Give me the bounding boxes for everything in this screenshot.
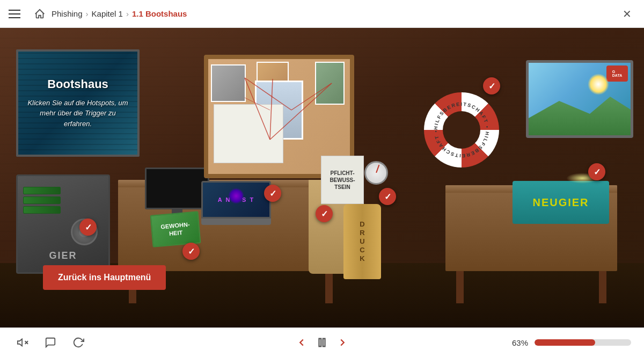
money-stack-3 [23, 206, 61, 214]
gewohnheit-text: GEWOHN-HEIT [160, 220, 191, 238]
chat-icon[interactable] [41, 333, 60, 352]
progress-bar-fill [535, 339, 595, 346]
close-button[interactable]: ✕ [618, 5, 635, 23]
pressure-text: PFLICHT-BEWUSS-TSEIN [330, 170, 355, 191]
bottombar: 63% [0, 327, 644, 357]
tv-sun [588, 74, 609, 95]
pressure-label: PFLICHT-BEWUSS-TSEIN [321, 156, 364, 204]
refresh-icon[interactable] [69, 333, 88, 352]
gauge-2 [364, 161, 388, 185]
panel-subtitle: Klicken Sie auf die Hotspots, um mehr üb… [27, 98, 129, 129]
hotspot-safe[interactable] [79, 218, 97, 236]
svg-line-1 [245, 78, 270, 140]
laptop: A N G S T [201, 181, 271, 229]
tv-mountain [529, 92, 631, 135]
back-button[interactable]: Zurück ins Hauptmenü [43, 265, 166, 290]
safe-money [23, 187, 61, 214]
hotspot-laptop[interactable] [264, 185, 281, 202]
laptop-base [201, 218, 271, 225]
money-stack-2 [23, 196, 61, 204]
laptop-screen: A N G S T [201, 181, 271, 218]
desk-left-leg2 [325, 271, 333, 303]
breadcrumb-sep2: › [126, 9, 129, 18]
next-button[interactable] [336, 337, 348, 348]
info-panel: Bootshaus Klicken Sie auf die Hotspots, … [16, 49, 140, 157]
tv-logo: GDATA [606, 65, 628, 82]
hotspot-life-preserver[interactable] [483, 77, 500, 94]
svg-line-4 [270, 83, 332, 140]
panel-overlay: Bootshaus Klicken Sie auf die Hotspots, … [18, 52, 137, 155]
tank-container: DRUCK [343, 204, 381, 279]
svg-rect-10 [319, 339, 321, 347]
panel-title: Bootshaus [47, 77, 108, 91]
progress-area: 63% [512, 338, 631, 347]
svg-marker-7 [18, 339, 22, 346]
topbar: Phishing › Kapitel 1 › 1.1 Bootshaus ✕ [0, 0, 644, 28]
neugier-box: NEUGIER [513, 181, 609, 224]
breadcrumb-item1[interactable]: Phishing [52, 9, 83, 18]
desk-right-leg2 [599, 271, 606, 303]
life-preserver-text: HILFSBEREITSCHAFT • HILFSBEREITSCHAFT • [424, 92, 499, 167]
scene: Bootshaus Klicken Sie auf die Hotspots, … [0, 28, 644, 327]
home-button[interactable] [32, 6, 47, 21]
safe-label: GIER [49, 250, 77, 261]
tank-label: DRUCK [358, 220, 367, 263]
money-stack-1 [23, 187, 61, 194]
volume-icon[interactable] [13, 333, 32, 352]
svg-line-3 [291, 83, 332, 110]
breadcrumb-item2[interactable]: Kapitel 1 [92, 9, 123, 18]
breadcrumb-sep1: › [86, 9, 89, 18]
tank: DRUCK [343, 204, 381, 279]
svg-line-2 [270, 79, 273, 140]
menu-button[interactable] [9, 5, 26, 23]
nav-controls [296, 337, 348, 348]
laptop-text: A N G S T [218, 196, 254, 203]
gewohnheit-card[interactable]: GEWOHN-HEIT [150, 211, 201, 247]
gauge-needle-2 [376, 165, 379, 173]
tv-screen: GDATA [526, 60, 633, 138]
desk-right-leg1 [456, 271, 464, 303]
monitor-screen [145, 167, 209, 209]
hotspot-tank[interactable] [379, 188, 396, 205]
svg-text:HILFSBEREITSCHAFT • HILFSBEREI: HILFSBEREITSCHAFT • HILFSBEREITSCHAFT • [433, 101, 490, 158]
pause-button[interactable] [316, 337, 328, 348]
prev-button[interactable] [296, 337, 308, 348]
neugier-label: NEUGIER [532, 196, 589, 209]
gauge-area: DRUCK [343, 204, 381, 279]
svg-rect-11 [323, 339, 325, 347]
breadcrumb: Phishing › Kapitel 1 › 1.1 Bootshaus [52, 9, 187, 18]
life-preserver: HILFSBEREITSCHAFT • HILFSBEREITSCHAFT • [424, 92, 499, 167]
breadcrumb-item3[interactable]: 1.1 Bootshaus [132, 9, 187, 18]
hotspot-neugier[interactable] [588, 163, 605, 180]
progress-bar-bg [535, 339, 631, 346]
hotspot-desk-left[interactable] [182, 243, 200, 260]
hotspot-pressure[interactable] [316, 205, 333, 222]
progress-percent: 63% [512, 338, 528, 347]
life-preserver-ring: HILFSBEREITSCHAFT • HILFSBEREITSCHAFT • [424, 92, 499, 167]
tv: GDATA [526, 60, 633, 143]
